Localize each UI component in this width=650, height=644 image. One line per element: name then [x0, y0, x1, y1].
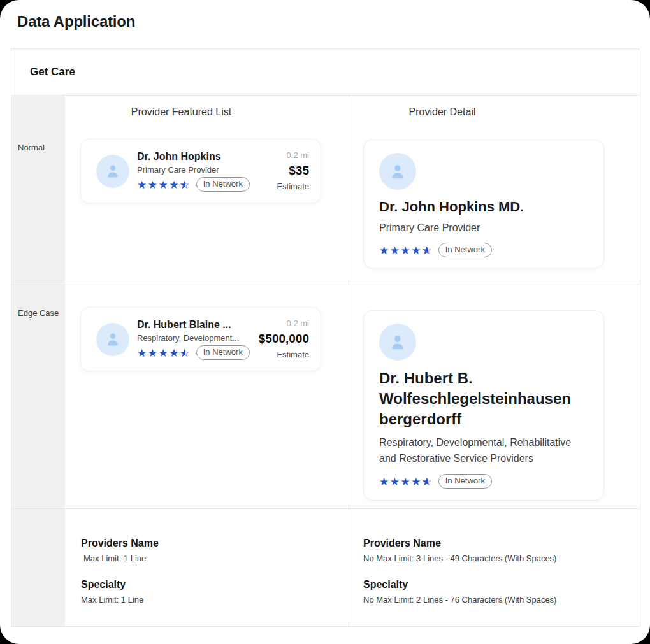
detail-specs-cell: Providers Name No Max Limit: 3 Lines - 4…	[349, 509, 639, 626]
spec-group-specialty: Specialty No Max Limit: 2 Lines - 76 Cha…	[363, 578, 639, 605]
avatar	[379, 153, 416, 190]
specs-block: Providers Name Max Limit: 1 Line Special…	[65, 509, 349, 605]
page-title: Data Application	[17, 13, 650, 31]
provider-specialty: Respiratory, Development...	[137, 333, 255, 343]
row-label-edge-case: Edge Case	[11, 285, 65, 508]
spec-title: Providers Name	[363, 537, 639, 550]
app-window: Data Application Get Care Normal Provide…	[0, 0, 650, 644]
provider-name: Dr. Hubert B. Wolfeschlegelsteinhausen b…	[379, 368, 588, 429]
rating-row: ★★★★☆★ In Network	[137, 345, 255, 360]
spec-group-name: Providers Name No Max Limit: 3 Lines - 4…	[363, 537, 639, 564]
row-normal: Normal Provider Featured List Dr. John H…	[11, 96, 639, 285]
person-icon	[103, 161, 122, 180]
spec-title: Specialty	[81, 578, 349, 591]
star-rating-icon: ★★★★☆★	[379, 475, 433, 488]
provider-name: Dr. John Hopkins	[137, 150, 273, 163]
featured-specs-cell: Providers Name Max Limit: 1 Line Special…	[65, 509, 349, 626]
spec-group-specialty: Specialty Max Limit: 1 Line	[81, 578, 349, 605]
spec-note: No Max Limit: 3 Lines - 49 Characters (W…	[363, 554, 639, 564]
row-label-empty	[11, 509, 65, 626]
get-care-panel: Get Care Normal Provider Featured List D…	[11, 48, 639, 627]
person-icon	[103, 329, 122, 348]
rating-row: ★★★★☆★ In Network	[379, 474, 588, 489]
spec-note: No Max Limit: 2 Lines - 76 Characters (W…	[363, 595, 639, 605]
star-rating-icon: ★★★★☆★	[379, 244, 433, 257]
rating-row: ★★★★☆★ In Network	[379, 243, 588, 257]
featured-list-column: Provider Featured List Dr. John Hopkins …	[65, 96, 349, 285]
spec-title: Providers Name	[81, 537, 349, 550]
price-caption: Estimate	[277, 182, 309, 192]
spec-note: Max Limit: 1 Line	[81, 595, 349, 605]
row-specs: Providers Name Max Limit: 1 Line Special…	[11, 509, 639, 626]
provider-name: Dr. Hubert Blaine ...	[137, 318, 255, 331]
distance-label: 0.2 mi	[259, 318, 309, 329]
avatar	[96, 155, 129, 188]
row-edge-case: Edge Case Dr. Hubert Blaine ... Respirat…	[11, 285, 639, 509]
provider-info: Dr. Hubert Blaine ... Respiratory, Devel…	[137, 318, 255, 360]
row-label-normal: Normal	[11, 96, 65, 285]
detail-column: Dr. Hubert B. Wolfeschlegelsteinhausen b…	[349, 285, 639, 508]
network-status-badge: In Network	[438, 474, 492, 489]
price-value: $35	[277, 164, 309, 178]
provider-specialty: Primary Care Provider	[379, 221, 588, 235]
cost-info: 0.2 mi $500,000 Estimate	[259, 318, 309, 360]
panel-header: Get Care	[11, 49, 639, 96]
provider-detail-card: Dr. John Hopkins MD. Primary Care Provid…	[363, 140, 604, 268]
avatar	[379, 324, 416, 361]
provider-info: Dr. John Hopkins Primary Care Provider ★…	[137, 150, 273, 192]
provider-list-card[interactable]: Dr. John Hopkins Primary Care Provider ★…	[80, 139, 321, 203]
provider-detail-card: Dr. Hubert B. Wolfeschlegelsteinhausen b…	[363, 310, 604, 501]
price-value: $500,000	[259, 332, 309, 346]
network-status-badge: In Network	[196, 177, 250, 192]
distance-label: 0.2 mi	[277, 150, 309, 161]
provider-specialty: Primary Care Provider	[137, 164, 273, 175]
column-header-featured-list: Provider Featured List	[40, 106, 323, 118]
person-icon	[387, 161, 408, 182]
detail-column: Provider Detail Dr. John Hopkins MD. Pri…	[349, 96, 639, 285]
rating-row: ★★★★☆★ In Network	[137, 177, 273, 192]
featured-list-column: Dr. Hubert Blaine ... Respiratory, Devel…	[65, 285, 349, 508]
specs-block: Providers Name No Max Limit: 3 Lines - 4…	[349, 509, 639, 605]
cost-info: 0.2 mi $35 Estimate	[277, 150, 309, 192]
spec-note: Max Limit: 1 Line	[81, 554, 349, 564]
column-header-provider-detail: Provider Detail	[298, 106, 587, 118]
provider-list-card[interactable]: Dr. Hubert Blaine ... Respiratory, Devel…	[80, 307, 321, 371]
price-caption: Estimate	[259, 350, 309, 360]
provider-name: Dr. John Hopkins MD.	[379, 199, 588, 215]
person-icon	[387, 331, 408, 353]
provider-specialty: Respiratory, Developmental, Rehabilitati…	[379, 434, 588, 466]
spec-group-name: Providers Name Max Limit: 1 Line	[81, 537, 349, 564]
network-status-badge: In Network	[438, 243, 492, 257]
network-status-badge: In Network	[196, 345, 250, 360]
avatar	[96, 323, 129, 356]
star-rating-icon: ★★★★☆★	[137, 178, 191, 191]
spec-title: Specialty	[363, 578, 639, 591]
star-rating-icon: ★★★★☆★	[137, 347, 191, 359]
